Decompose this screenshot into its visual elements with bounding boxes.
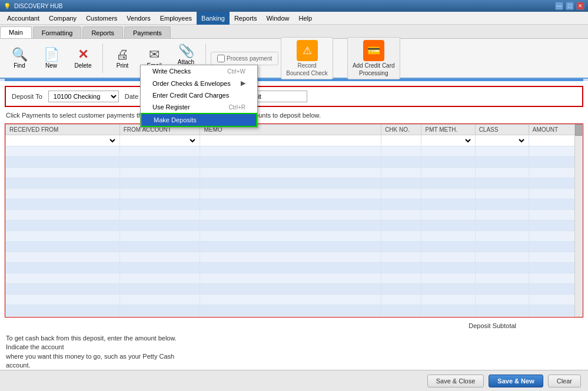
table-row (6, 210, 583, 220)
table-header-row: RECEIVED FROM FROM ACCOUNT MEMO CHK NO. … (6, 125, 583, 135)
bounced-check-icon: ⚠ (297, 40, 318, 61)
pmt-meth-select[interactable] (424, 136, 472, 145)
deposit-table: RECEIVED FROM FROM ACCOUNT MEMO CHK NO. … (5, 124, 583, 318)
record-bounced-check-button[interactable]: ⚠ Record Bounced Check (281, 37, 333, 79)
new-button[interactable]: 📄 New (36, 42, 66, 75)
maximize-button[interactable]: □ (566, 2, 574, 10)
table-row (6, 284, 583, 295)
write-checks-shortcut: Ctrl+W (227, 68, 245, 75)
table-row (6, 242, 583, 252)
memo-cell (200, 135, 381, 146)
email-icon: ✉ (149, 48, 160, 61)
use-register-shortcut: Ctrl+R (228, 104, 245, 111)
menu-customers[interactable]: Customers (81, 12, 122, 25)
menu-banking[interactable]: Banking (197, 12, 230, 25)
deposit-to-select[interactable]: 10100 Checking (48, 91, 119, 102)
table-row (6, 189, 583, 199)
minimize-button[interactable]: — (555, 2, 563, 10)
new-icon: 📄 (44, 48, 59, 61)
processing-label: Processing (359, 70, 388, 76)
table-row (6, 168, 583, 178)
delete-label: Delete (75, 62, 92, 69)
from-account-cell[interactable] (119, 135, 200, 146)
menu-vendors[interactable]: Vendors (122, 12, 155, 25)
bounced-check-label: Bounced Check (286, 70, 328, 76)
find-icon: 🔍 (12, 48, 28, 61)
menu-company[interactable]: Company (44, 12, 81, 25)
new-label: New (45, 62, 57, 69)
table-row (6, 263, 583, 273)
received-from-cell[interactable] (6, 135, 120, 146)
menu-write-checks[interactable]: Write Checks Ctrl+W (141, 65, 257, 77)
credit-card-icon: 💳 (363, 40, 384, 61)
table-row (6, 178, 583, 189)
menu-use-register[interactable]: Use Register Ctrl+R (141, 101, 257, 113)
separator-1 (102, 44, 103, 73)
footer-buttons: Save & Close Save & New Clear (0, 370, 588, 391)
table-row (6, 231, 583, 242)
print-button[interactable]: 🖨 Print (108, 42, 137, 75)
from-account-select[interactable] (122, 136, 198, 145)
col-header-chk-no: CHK NO. (381, 125, 421, 135)
save-new-button[interactable]: Save & New (489, 375, 543, 387)
tab-formatting[interactable]: Formatting (33, 26, 82, 38)
save-close-button[interactable]: Save & Close (427, 375, 484, 387)
info-text: Click Payments to select customer paymen… (0, 109, 588, 121)
deposit-subtotal-label: Deposit Subtotal (469, 322, 516, 329)
deposit-subtotal-value (516, 322, 575, 329)
table-scrollbar[interactable] (574, 124, 583, 318)
find-label: Find (14, 62, 25, 69)
make-deposits-label: Make Deposits (154, 116, 197, 123)
table-row (6, 316, 583, 318)
col-header-received-from: RECEIVED FROM (6, 125, 120, 135)
tab-main[interactable]: Main (0, 26, 32, 38)
enter-credit-card-label: Enter Credit Card Charges (152, 92, 229, 99)
table-row (6, 146, 583, 157)
process-payment-checkbox[interactable] (217, 55, 225, 62)
menu-order-checks[interactable]: Order Checks & Envelopes ▶ (141, 77, 257, 89)
received-from-select[interactable] (8, 136, 117, 145)
delete-button[interactable]: ✕ Delete (68, 42, 98, 75)
delete-icon: ✕ (78, 48, 88, 61)
find-button[interactable]: 🔍 Find (5, 42, 34, 75)
menu-enter-credit-card[interactable]: Enter Credit Card Charges (141, 89, 257, 101)
tab-payments[interactable]: Payments (124, 26, 171, 38)
process-payment-button[interactable]: Process payment (211, 52, 278, 65)
class-select[interactable] (478, 136, 526, 145)
deposit-to-label: Deposit To (12, 93, 42, 100)
deposit-table-wrapper: RECEIVED FROM FROM ACCOUNT MEMO CHK NO. … (5, 123, 583, 318)
menu-employees[interactable]: Employees (155, 12, 197, 25)
table-row (6, 295, 583, 305)
menu-help[interactable]: Help (294, 12, 317, 25)
table-row (6, 157, 583, 168)
table-row (6, 220, 583, 231)
print-label: Print (117, 62, 129, 69)
close-button[interactable]: ✕ (576, 2, 584, 10)
table-row (6, 199, 583, 210)
main-content: Deposit To 10100 Checking Date 📅 Memo Cl… (0, 81, 588, 391)
app-title: DISCOVERY HUB (14, 3, 62, 9)
order-checks-label: Order Checks & Envelopes (152, 80, 231, 87)
banking-dropdown-menu: Write Checks Ctrl+W Order Checks & Envel… (140, 65, 258, 128)
scrollbar-thumb[interactable] (575, 124, 582, 136)
menu-window[interactable]: Window (261, 12, 294, 25)
chk-no-cell (381, 135, 421, 146)
process-payment-label: Process payment (227, 55, 272, 62)
clear-button[interactable]: Clear (548, 375, 581, 387)
tab-reports[interactable]: Reports (82, 26, 123, 38)
table-row (6, 252, 583, 263)
print-icon: 🖨 (116, 48, 129, 61)
toolbar: 🔍 Find 📄 New ✕ Delete 🖨 Print ✉ Email 📎 … (0, 39, 588, 79)
deposit-subtotal-row: Deposit Subtotal (0, 320, 588, 332)
col-header-pmt-meth: PMT METH. (421, 125, 475, 135)
add-credit-card-button[interactable]: 💳 Add Credit Card Processing (347, 37, 400, 79)
cash-back-info: To get cash back from this deposit, ente… (6, 334, 194, 370)
menu-make-deposits[interactable]: Make Deposits (141, 113, 257, 127)
pmt-meth-cell[interactable] (421, 135, 475, 146)
menu-accountant[interactable]: Accountant (2, 12, 44, 25)
class-cell[interactable] (475, 135, 529, 146)
menu-reports[interactable]: Reports (230, 12, 262, 25)
attach-icon: 📎 (178, 45, 194, 58)
menu-bar: Accountant Company Customers Vendors Emp… (0, 12, 588, 25)
write-checks-label: Write Checks (152, 68, 191, 75)
